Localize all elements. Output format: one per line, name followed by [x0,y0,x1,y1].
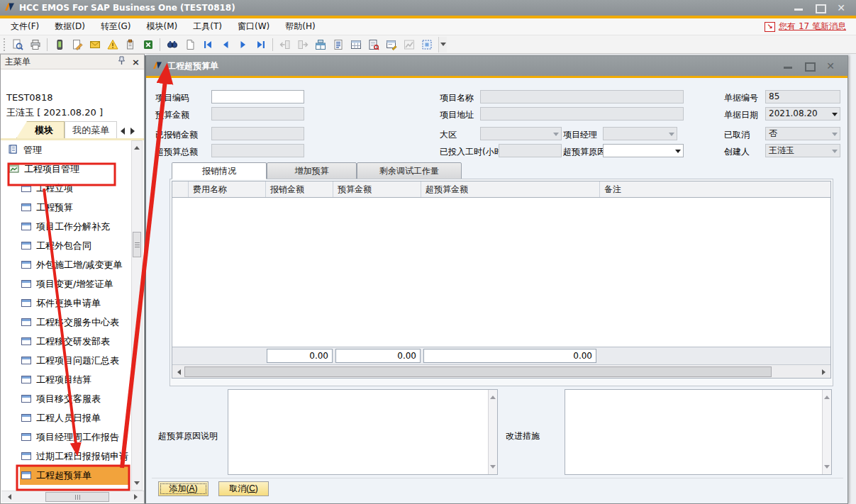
sidebar-item-project-settlement[interactable]: 工程项目结算 [1,370,132,389]
tabs-scroll-right-icon[interactable] [130,128,138,135]
menu-data[interactable]: 数据(D) [47,18,93,35]
column-header-remarks[interactable]: 备注 [600,181,830,197]
sidebar-item-handover-rd[interactable]: 工程移交研发部表 [1,332,132,351]
add-button[interactable]: 添加(A) [158,481,209,496]
textarea-scrollbar[interactable] [488,390,497,474]
edit-document-icon[interactable] [68,37,86,52]
sidebar-item-project-budget[interactable]: 工程预算 [1,198,132,217]
grid-settings-icon[interactable] [418,37,435,52]
sidebar-item-admin[interactable]: 管理 [1,140,132,159]
menu-window[interactable]: 窗口(W) [230,18,277,35]
toolbar-grip[interactable] [4,38,6,51]
navigate-forward-icon[interactable] [294,37,311,52]
tab-increase-budget[interactable]: 增加预算 [267,162,357,179]
menu-modules[interactable]: 模块(M) [139,18,186,35]
sidebar-item-problem-summary[interactable]: 工程项目问题汇总表 [1,351,132,370]
app-close-button[interactable]: ✕ [836,4,846,12]
clipboard-icon[interactable] [121,37,139,52]
column-header-expense-name[interactable]: 费用名称 [189,181,266,197]
textarea-scrollbar[interactable] [822,390,831,474]
cancel-button[interactable]: 取消(C) [218,481,269,496]
window-close-button[interactable]: ✕ [826,62,835,70]
budget-amount-label: 预算金额 [155,109,189,121]
project-manager-combo[interactable] [603,127,677,140]
column-header-reimbursed[interactable]: 报销金额 [266,181,333,197]
sidebar-item-project-change-visa[interactable]: 项目变更/增签证单 [1,274,132,293]
sidebar-horizontal-scrollbar[interactable] [1,491,144,503]
tab-reimbursement-status[interactable]: 报销情况 [172,162,267,179]
window-maximize-button[interactable] [804,62,814,70]
find-icon[interactable] [163,37,181,52]
tab-my-menu[interactable]: 我的菜单 [65,121,117,138]
grid-scrollbar-thumb[interactable] [184,366,772,377]
scroll-up-icon[interactable] [132,141,142,152]
sidebar-item-outsourcing-change-order[interactable]: 外包施工增/减变更单 [1,255,132,274]
scroll-left-icon[interactable] [172,366,183,377]
scroll-right-icon[interactable] [820,366,830,377]
sidebar-item-label: 项目变更/增签证单 [36,278,113,291]
cancelled-combo[interactable]: 否 [765,127,840,140]
menu-goto[interactable]: 转至(G) [93,18,139,35]
app-logo-icon [4,2,15,13]
chart-icon[interactable] [400,37,418,52]
sidebar-item-project-management[interactable]: 工程项目管理 [1,159,132,179]
tabs-scroll-left-icon[interactable] [117,128,125,135]
toolbar-overflow-button[interactable] [438,37,447,52]
navigate-back-icon[interactable] [276,37,294,52]
project-code-input[interactable] [211,90,304,103]
sidebar-item-project-overbudget[interactable]: 工程超预算单 [20,466,129,485]
sidebar-scrollbar-thumb[interactable] [45,492,109,502]
scroll-right-icon[interactable] [132,492,143,502]
print-preview-icon[interactable] [9,37,26,52]
warning-icon[interactable] [104,37,121,52]
excel-export-icon[interactable] [139,37,157,52]
document-lines-icon[interactable] [329,37,347,52]
tab-remaining-debug-workload[interactable]: 剩余调试工作量 [357,162,462,179]
query-editor-icon[interactable] [382,37,400,52]
mobile-icon[interactable] [50,37,68,52]
last-record-icon[interactable] [252,37,269,52]
report-icon[interactable] [365,37,382,52]
tree-scrollbar-thumb[interactable] [133,232,141,257]
sidebar-item-project-initiation[interactable]: 工程立项 [1,179,132,198]
grid-horizontal-scrollbar[interactable] [172,364,830,378]
pin-icon[interactable] [118,56,126,67]
scroll-down-icon[interactable] [132,479,142,490]
app-minimize-button[interactable] [794,4,804,12]
sidebar-item-bad-part-replacement[interactable]: 坏件更换申请单 [1,293,132,313]
print-icon[interactable] [26,37,44,52]
menu-file[interactable]: 文件(F) [3,18,47,35]
window-minimize-button[interactable] [783,62,793,70]
form-icon [21,280,31,288]
column-header-overbudget[interactable]: 超预算金额 [421,181,600,197]
sidebar-item-pm-weekly-report[interactable]: 项目经理周工作报告 [1,427,132,447]
new-messages-link[interactable]: ↘ 您有 17 笔新消息 [765,21,853,33]
region-combo[interactable] [480,127,562,140]
overbudget-reason-combo[interactable] [603,144,684,157]
scroll-left-icon[interactable] [3,492,13,502]
menu-tools[interactable]: 工具(T) [185,18,230,35]
panel-close-icon[interactable]: × [132,57,140,67]
sidebar-item-staff-daily-report[interactable]: 工程人员日报单 [1,408,132,427]
sidebar-item-wbs-supplement[interactable]: 项目工作分解补充 [1,217,132,236]
doc-date-combo[interactable]: 2021.08.20 [765,107,840,121]
first-record-icon[interactable] [199,37,216,52]
tab-modules[interactable]: 模块 [16,121,65,138]
app-maximize-button[interactable] [815,4,825,12]
sidebar-item-overdue-daily-reimbursement[interactable]: 过期工程日报报销申请 [1,447,132,466]
new-document-icon[interactable] [181,37,199,52]
sidebar-item-handover-customer-service[interactable]: 项目移交客服表 [1,389,132,408]
sidebar-item-outsourcing-contract[interactable]: 工程外包合同 [1,236,132,255]
next-record-icon[interactable] [234,37,252,52]
linked-table-icon[interactable] [311,37,329,52]
mail-icon[interactable] [86,37,104,52]
reason-description-textarea[interactable] [228,390,488,474]
improvement-measures-textarea[interactable] [565,390,822,474]
menu-help[interactable]: 帮助(H) [277,18,323,35]
tree-vertical-scrollbar[interactable] [131,140,143,491]
table-view-icon[interactable] [347,37,365,52]
previous-record-icon[interactable] [216,37,234,52]
creator-combo[interactable]: 王涟玉 [765,144,840,157]
sidebar-item-handover-service-center[interactable]: 工程移交服务中心表 [1,313,132,332]
column-header-budget[interactable]: 预算金额 [333,181,421,197]
